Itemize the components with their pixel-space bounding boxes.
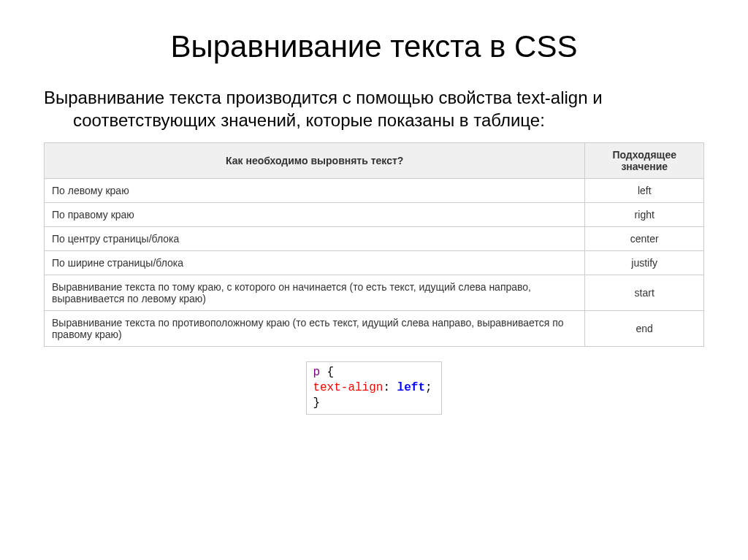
table-cell-value: justify — [585, 251, 704, 275]
table-cell-value: start — [585, 275, 704, 311]
code-inner: p { text-align: left; } — [306, 361, 441, 414]
table-row: По правому краю right — [45, 203, 704, 227]
table-cell-desc: Выравнивание текста по противоположному … — [45, 311, 585, 347]
table-row: По левому краю left — [45, 179, 704, 203]
code-semicolon: ; — [425, 381, 432, 394]
table-header-question: Как необходимо выровнять текст? — [45, 143, 585, 179]
table-cell-value: center — [585, 227, 704, 251]
table-cell-desc: По ширине страницы/блока — [45, 251, 585, 275]
table-row: Выравнивание текста по тому краю, с кото… — [45, 275, 704, 311]
table-cell-desc: По правому краю — [45, 203, 585, 227]
table-cell-value: end — [585, 311, 704, 347]
intro-paragraph: Выравнивание текста производится с помощ… — [44, 86, 704, 131]
code-brace-open: { — [320, 366, 334, 379]
values-table: Как необходимо выровнять текст? Подходящ… — [44, 142, 704, 347]
table-row: По центру страницы/блока center — [45, 227, 704, 251]
table-cell-desc: По левому краю — [45, 179, 585, 203]
table-cell-value: left — [585, 179, 704, 203]
table-cell-desc: Выравнивание текста по тому краю, с кото… — [45, 275, 585, 311]
table-row: По ширине страницы/блока justify — [45, 251, 704, 275]
code-value: left — [397, 381, 425, 394]
table-cell-desc: По центру страницы/блока — [45, 227, 585, 251]
code-brace-close: } — [313, 396, 320, 410]
code-selector: p — [313, 366, 320, 379]
code-property: text-align — [313, 381, 383, 394]
table-row: Выравнивание текста по противоположному … — [45, 311, 704, 347]
code-example: p { text-align: left; } — [44, 361, 704, 414]
table-cell-value: right — [585, 203, 704, 227]
code-colon: : — [383, 381, 397, 394]
table-header-value: Подходящее значение — [585, 143, 704, 179]
slide-title: Выравнивание текста в CSS — [44, 29, 704, 64]
